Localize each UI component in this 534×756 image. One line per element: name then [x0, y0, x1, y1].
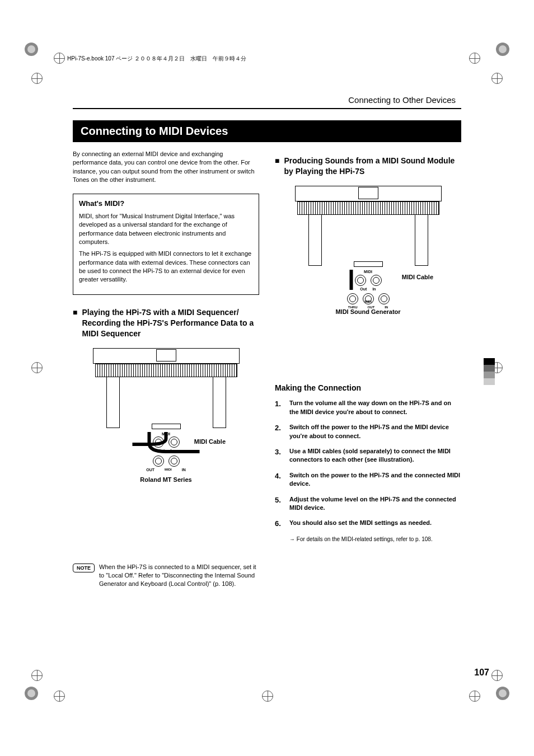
color-bar-icon	[484, 358, 495, 385]
page-header: Connecting to Other Devices	[73, 95, 461, 105]
step-4: 4.Switch on the power to the HPi-7S and …	[275, 471, 461, 489]
registration-mark-icon	[31, 73, 43, 84]
step-3: 3.Use a MIDI cables (sold separately) to…	[275, 447, 461, 464]
step-2: 2.Switch off the power to the HPi-7S and…	[275, 423, 461, 440]
sound-module-device: THRU OUT IN MIDI	[312, 293, 424, 304]
header-rule	[73, 108, 461, 109]
midi-cable-label: MIDI Cable	[194, 438, 226, 446]
midi-port-icon	[378, 293, 390, 304]
printer-rosette-icon	[24, 685, 39, 701]
diagram-right: MIDI OutIn MIDI Cable THRU OUT	[275, 182, 461, 373]
registration-mark-icon	[54, 691, 65, 702]
sequencer-device: OUTMIDIIN	[121, 456, 211, 473]
page-number: 107	[474, 668, 489, 678]
registration-mark-icon	[54, 53, 65, 64]
svg-point-1	[27, 45, 35, 53]
right-column: ■ Producing Sounds from a MIDI Sound Mod…	[275, 150, 461, 589]
midi-port-icon	[347, 293, 358, 304]
diagram-right-caption: MIDI Sound Generator	[335, 308, 400, 316]
registration-mark-icon	[491, 670, 503, 681]
midi-port-icon	[168, 456, 180, 467]
diagram-left-caption: Roland MT Series	[140, 476, 191, 484]
printer-rosette-icon	[495, 685, 510, 701]
piano-illustration: MIDI OutIn	[293, 186, 444, 270]
svg-point-5	[499, 45, 507, 53]
piano-illustration: MIDI OutIn	[91, 348, 242, 432]
intro-paragraph: By connecting an external MIDI device an…	[73, 150, 259, 185]
midi-cable-label: MIDI Cable	[402, 273, 433, 281]
step-6: 6.You should also set the MIDI settings …	[275, 519, 461, 529]
printer-rosette-icon	[24, 41, 39, 57]
registration-mark-icon	[491, 73, 503, 84]
step-5: 5.Adjust the volume level on the HPi-7S …	[275, 495, 461, 513]
step-subnote: → For details on the MIDI-related settin…	[289, 536, 461, 543]
registration-mark-icon	[469, 53, 480, 64]
left-subheading: ■ Playing the HPi-7S with a MIDI Sequenc…	[73, 307, 259, 339]
left-column: By connecting an external MIDI device an…	[73, 150, 259, 589]
note-badge: NOTE	[73, 564, 95, 573]
registration-mark-icon	[31, 362, 43, 373]
step-1: 1.Turn the volume all the way down on th…	[275, 399, 461, 416]
svg-point-3	[27, 689, 35, 697]
whats-midi-p1: MIDI, short for "Musical Instrument Digi…	[79, 212, 253, 247]
making-connection-heading: Making the Connection	[275, 383, 461, 394]
note-row: NOTE When the HPi-7S is connected to a M…	[73, 563, 259, 589]
whats-midi-box: What's MIDI? MIDI, short for "Musical In…	[73, 194, 259, 295]
crop-mark-text: HPi-7S-e.book 107 ページ ２００８年４月２日 水曜日 午前９時…	[67, 55, 246, 63]
steps-list: 1.Turn the volume all the way down on th…	[275, 399, 461, 529]
square-bullet-icon: ■	[73, 307, 77, 318]
whats-midi-p2: The HPi-7S is equipped with MIDI connect…	[79, 250, 253, 284]
registration-mark-icon	[469, 691, 480, 702]
note-text: When the HPi-7S is connected to a MIDI s…	[99, 563, 259, 589]
whats-midi-title: What's MIDI?	[79, 199, 253, 209]
svg-point-7	[499, 689, 507, 697]
registration-mark-icon	[31, 670, 43, 681]
midi-port-icon	[153, 456, 164, 467]
registration-mark-icon	[262, 691, 273, 702]
square-bullet-icon: ■	[275, 156, 279, 166]
printer-rosette-icon	[495, 41, 510, 57]
right-subheading: ■ Producing Sounds from a MIDI Sound Mod…	[275, 156, 461, 177]
diagram-left: MIDI OutIn MIDI Cable OUTMIDIIN Roland M…	[73, 345, 259, 557]
section-title-bar: Connecting to MIDI Devices	[73, 120, 461, 142]
midi-port-icon	[363, 293, 374, 304]
